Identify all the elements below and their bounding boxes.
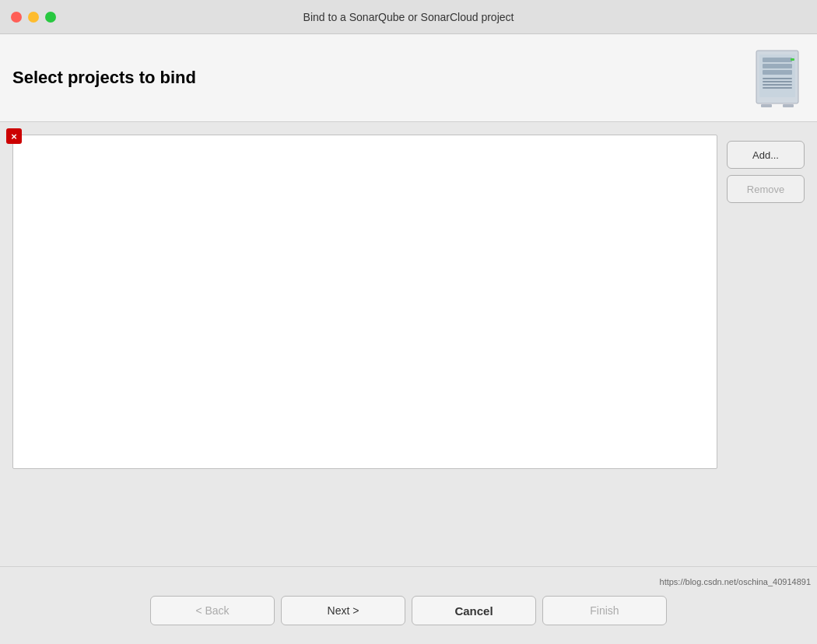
svg-rect-7	[763, 81, 792, 82]
side-buttons: Add... Remove	[727, 141, 805, 203]
svg-rect-10	[761, 104, 772, 107]
window-controls	[11, 12, 56, 23]
back-button[interactable]: < Back	[150, 596, 275, 625]
svg-rect-4	[763, 70, 792, 75]
remove-button[interactable]: Remove	[727, 175, 805, 203]
title-bar: Bind to a SonarQube or SonarCloud projec…	[0, 0, 817, 34]
footer-buttons: < Back Next > Cancel Finish	[0, 590, 817, 638]
svg-rect-3	[763, 64, 792, 68]
header-section: Select projects to bind	[0, 34, 817, 122]
svg-rect-2	[763, 58, 792, 62]
server-icon	[750, 47, 805, 109]
finish-button[interactable]: Finish	[542, 596, 667, 625]
window-title: Bind to a SonarQube or SonarCloud projec…	[303, 11, 514, 23]
minimize-button[interactable]	[28, 12, 39, 23]
main-content: Select projects to bind	[0, 34, 817, 644]
svg-rect-8	[763, 84, 792, 86]
footer-url: https://blog.csdn.net/oschina_40914891	[0, 574, 817, 590]
list-container: ×	[12, 135, 717, 469]
footer: https://blog.csdn.net/oschina_40914891 <…	[0, 566, 817, 644]
page-title: Select projects to bind	[12, 68, 196, 88]
maximize-button[interactable]	[45, 12, 56, 23]
svg-rect-6	[763, 78, 792, 79]
svg-rect-9	[763, 87, 792, 89]
next-button[interactable]: Next >	[281, 596, 405, 625]
svg-rect-11	[783, 104, 794, 107]
project-list[interactable]	[12, 135, 717, 469]
close-button[interactable]	[11, 12, 22, 23]
svg-rect-5	[791, 58, 794, 61]
error-badge-text: ×	[11, 131, 17, 142]
error-badge: ×	[6, 128, 22, 144]
cancel-button[interactable]: Cancel	[412, 596, 536, 625]
add-button[interactable]: Add...	[727, 141, 805, 169]
content-area: × Add... Remove	[0, 122, 817, 566]
